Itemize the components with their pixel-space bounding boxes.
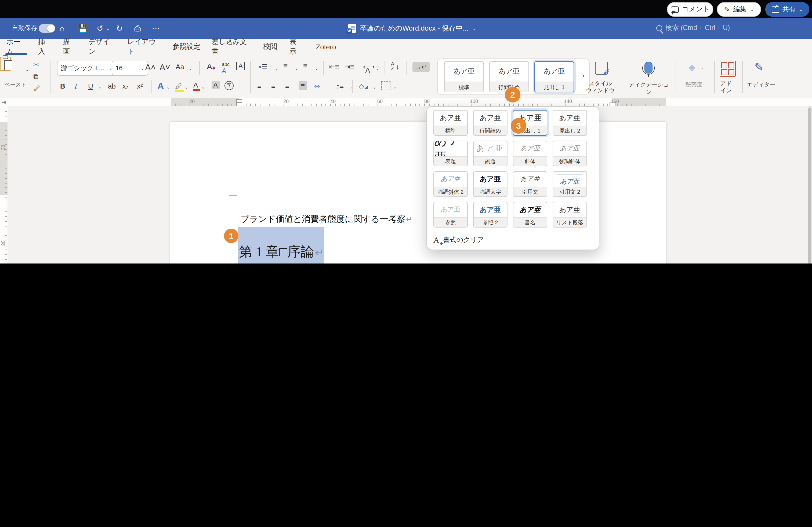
style-chip-標準[interactable]: あア亜標準 (433, 110, 468, 136)
change-case-icon[interactable]: Aa (176, 63, 184, 71)
copy-icon[interactable]: ⧉ (33, 73, 39, 81)
font-color-icon[interactable]: A (193, 81, 198, 89)
style-chip-参照[interactable]: あア亜参照 (433, 202, 468, 228)
clear-formatting-item[interactable]: A 書式のクリア (433, 236, 484, 245)
distribute-text-icon[interactable]: ⇿ (314, 82, 320, 90)
paste-icon[interactable] (0, 56, 13, 71)
underline-icon[interactable]: U (88, 82, 93, 90)
cut-icon[interactable]: ✂ (33, 61, 39, 69)
style-window-icon[interactable]: 🖌 (595, 62, 608, 75)
style-chip-リスト段落[interactable]: あア亜リスト段落 (553, 202, 587, 228)
text-effects-icon[interactable]: A (157, 81, 164, 92)
share-button[interactable]: 共有 ⌄ (765, 2, 809, 17)
tab-表示[interactable]: 表示 (289, 39, 303, 55)
font-name-box[interactable]: 游ゴシック L...⌄ (57, 61, 117, 76)
increase-indent-icon[interactable]: ⇥≡ (344, 63, 354, 71)
line-spacing-icon[interactable]: ↕≡ (336, 82, 344, 90)
sensitivity-chevron-icon[interactable]: ⌄ (701, 65, 704, 70)
multilevel-chevron-icon[interactable]: ⌄ (315, 66, 318, 71)
borders-icon[interactable] (381, 81, 390, 90)
print-icon[interactable]: ⎙ (134, 18, 141, 39)
home-icon[interactable]: ⌂ (60, 18, 64, 39)
doc-heading-selected[interactable]: 第 1 章□序論↵ (239, 243, 324, 260)
editor-icon[interactable]: ✎ (755, 61, 764, 74)
tab-デザイン[interactable]: デザイン (89, 39, 115, 55)
tab-参照設定[interactable]: 参照設定 (172, 39, 200, 55)
undo-chevron-icon[interactable]: ⌄ (106, 18, 110, 39)
text-effects-chevron-icon[interactable]: ⌄ (166, 85, 170, 90)
style-chip-見出し 2[interactable]: あア亜見出し 2 (553, 110, 587, 136)
font-color-chevron-icon[interactable]: ⌄ (201, 85, 205, 90)
bullets-icon[interactable]: •☰ (259, 63, 267, 71)
show-paragraph-marks-icon[interactable]: →↵ (412, 62, 430, 72)
tab-ホーム[interactable]: ホーム (6, 39, 26, 55)
line-spacing-chevron-icon[interactable]: ⌄ (350, 85, 354, 90)
hanging-indent-marker[interactable] (236, 103, 242, 106)
style-chip-強調太字[interactable]: あア亜強調太字 (473, 171, 508, 197)
grow-font-icon[interactable]: A˄ (145, 63, 156, 73)
vertical-scrollbar-thumb[interactable] (808, 107, 811, 264)
style-chip-斜体[interactable]: あア亜斜体 (513, 140, 547, 166)
doc-title-line[interactable]: ブランド価値と消費者態度に関する一考察↵ (241, 214, 412, 225)
vertical-ruler[interactable]: 2020406080100120 (0, 106, 8, 264)
clear-formatting-icon[interactable]: A◆ (207, 62, 215, 71)
enclose-characters-icon[interactable]: 字 (224, 81, 234, 90)
document-title[interactable]: W 卒論のためのWord.docx - 保存中... ⌄ (348, 18, 476, 39)
tab-挿入[interactable]: 挿入 (38, 39, 51, 55)
borders-chevron-icon[interactable]: ⌄ (393, 85, 396, 90)
align-right-icon[interactable]: ≡ (285, 82, 289, 90)
more-commands-icon[interactable]: ⋯ (152, 18, 160, 39)
highlight-icon[interactable]: 🖊 (175, 82, 182, 90)
style-chip-引用文[interactable]: あア亜引用文 (513, 171, 547, 197)
editor-label[interactable]: エディター (745, 81, 777, 89)
style-chip-強調斜体 2[interactable]: あア亜強調斜体 2 (433, 171, 468, 197)
subscript-icon[interactable]: x₂ (122, 82, 129, 90)
style-window-label[interactable]: スタイルウィンドウ (583, 80, 618, 94)
format-painter-icon[interactable]: 🖉 (33, 84, 40, 92)
align-left-icon[interactable]: ≡ (257, 82, 261, 90)
dictation-icon[interactable] (644, 62, 653, 74)
style-chip-表題[interactable]: あア亜表題 (433, 140, 468, 166)
superscript-icon[interactable]: x² (137, 82, 143, 90)
decrease-indent-icon[interactable]: ⇤≡ (329, 63, 339, 71)
bold-icon[interactable]: B (60, 82, 65, 90)
style-chip-強調斜体[interactable]: あア亜強調斜体 (553, 140, 587, 166)
shrink-font-icon[interactable]: A˅ (160, 63, 170, 73)
tab-描画[interactable]: 描画 (63, 39, 76, 55)
paste-chevron-icon[interactable]: ⌄ (25, 67, 29, 73)
save-icon[interactable]: 💾 (78, 18, 88, 39)
horizontal-ruler[interactable]: 2020406080100140160 (0, 98, 812, 107)
dictation-label[interactable]: ディクテーション (627, 81, 670, 96)
highlight-chevron-icon[interactable]: ⌄ (185, 85, 188, 90)
bullets-chevron-icon[interactable]: ⌄ (275, 66, 278, 71)
numbering-chevron-icon[interactable]: ⌄ (295, 66, 298, 71)
addins-label[interactable]: アドイン (717, 80, 735, 94)
strikethrough-icon[interactable]: ab (108, 82, 116, 90)
style-chip-引用文 2[interactable]: あア亜引用文 2 (553, 171, 587, 197)
undo-icon[interactable]: ↺ (97, 18, 103, 39)
style-chip-書名[interactable]: あア亜書名 (513, 202, 547, 228)
change-case-chevron-icon[interactable]: ⌄ (188, 66, 192, 71)
first-line-indent-marker[interactable] (236, 99, 242, 103)
addins-icon[interactable] (720, 61, 736, 77)
style-chip-行間詰め[interactable]: あア亜行間詰め (473, 110, 508, 136)
comments-button[interactable]: コメント (667, 2, 713, 17)
gallery-chip-標準[interactable]: あア亜標準 (444, 61, 484, 92)
character-shading-icon[interactable]: A (212, 81, 219, 89)
right-indent-marker[interactable] (610, 103, 615, 106)
sensitivity-label[interactable]: 秘密度 (678, 81, 710, 89)
autosave-toggle[interactable] (39, 24, 55, 33)
sort-icon[interactable]: AZ (391, 62, 394, 71)
justify-icon[interactable]: ≡ (299, 81, 307, 90)
sensitivity-icon[interactable]: ◈ (688, 62, 695, 73)
search-field[interactable]: 検索 (Cmd + Ctrl + U) (656, 18, 730, 39)
shading-chevron-icon[interactable]: ⌄ (373, 85, 376, 90)
character-border-icon[interactable]: A (236, 62, 245, 70)
underline-chevron-icon[interactable]: ⌄ (98, 85, 102, 90)
tab-selector-icon[interactable]: ⇥ (2, 99, 8, 105)
style-chip-副題[interactable]: あア亜副題 (473, 140, 508, 166)
font-size-box[interactable]: 16⌄ (112, 61, 148, 76)
redo-icon[interactable]: ↻ (116, 18, 123, 39)
tab-レイアウト[interactable]: レイアウト (127, 39, 161, 55)
numbering-icon[interactable]: ≣ (283, 63, 288, 70)
